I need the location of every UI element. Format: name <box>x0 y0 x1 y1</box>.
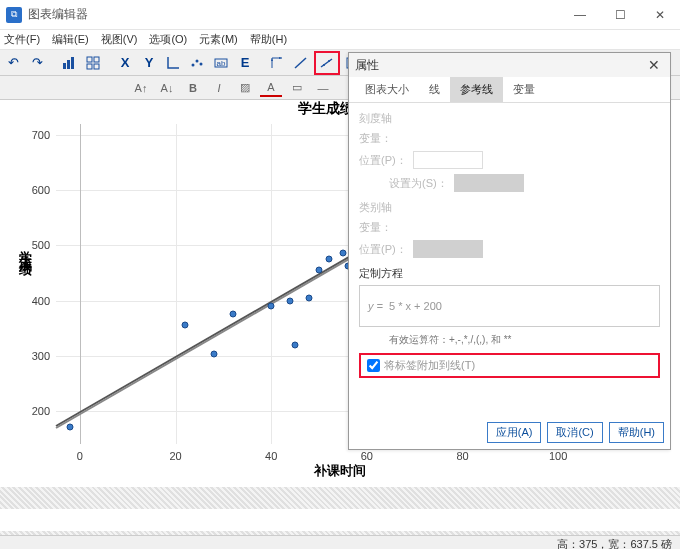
font-decrease-icon[interactable]: A↓ <box>156 79 178 97</box>
set-to-label: 设置为(S)： <box>389 176 448 191</box>
data-point[interactable] <box>182 322 189 329</box>
data-point[interactable] <box>339 249 346 256</box>
menu-help[interactable]: 帮助(H) <box>250 32 287 47</box>
svg-rect-4 <box>94 57 99 62</box>
text-color-icon[interactable]: A <box>260 79 282 97</box>
svg-point-7 <box>192 63 195 66</box>
status-text: 高：375，宽：637.5 磅 <box>557 537 672 549</box>
y-axis-icon[interactable]: Y <box>138 52 160 74</box>
grid-icon[interactable] <box>82 52 104 74</box>
title-bar: ⧉ 图表编辑器 — ☐ ✕ <box>0 0 680 30</box>
svg-point-8 <box>196 59 199 62</box>
svg-rect-0 <box>63 63 66 69</box>
valid-operators-label: 有效运算符：+,-,*,/,(,), 和 ** <box>389 333 660 347</box>
variable-label-2: 变量： <box>359 220 392 235</box>
position-label: 位置(P)： <box>359 153 407 168</box>
data-point[interactable] <box>67 424 74 431</box>
border-color-icon[interactable]: ▭ <box>286 79 308 97</box>
attach-label-checkbox[interactable]: 将标签附加到线(T) <box>359 353 660 378</box>
svg-rect-1 <box>67 60 70 69</box>
menu-view[interactable]: 视图(V) <box>101 32 138 47</box>
maximize-button[interactable]: ☐ <box>600 0 640 30</box>
data-point[interactable] <box>229 311 236 318</box>
close-icon[interactable]: ✕ <box>644 57 664 73</box>
tab-line[interactable]: 线 <box>419 77 450 102</box>
x-tick: 100 <box>549 450 567 462</box>
data-point[interactable] <box>325 256 332 263</box>
variable-label: 变量： <box>359 131 392 146</box>
data-point[interactable] <box>306 294 313 301</box>
set-to-select[interactable] <box>454 174 524 192</box>
properties-tabs: 图表大小 线 参考线 变量 <box>349 77 670 103</box>
scale-axis-label: 刻度轴 <box>359 111 660 126</box>
explore-icon[interactable]: E <box>234 52 256 74</box>
category-axis-label: 类别轴 <box>359 200 660 215</box>
svg-point-12 <box>323 64 325 66</box>
properties-panel: 属性 ✕ 图表大小 线 参考线 变量 刻度轴 变量： 位置(P)： 设置为(S)… <box>348 52 671 450</box>
y-tick: 500 <box>20 239 50 251</box>
data-point[interactable] <box>316 267 323 274</box>
app-icon: ⧉ <box>6 7 22 23</box>
attach-checkbox[interactable] <box>367 359 380 372</box>
svg-rect-2 <box>71 57 74 69</box>
data-point[interactable] <box>287 297 294 304</box>
status-mid <box>0 509 680 531</box>
x-tick: 80 <box>456 450 468 462</box>
svg-text:ab: ab <box>217 59 226 68</box>
tool-icon[interactable] <box>58 52 80 74</box>
menu-bar: 文件(F) 编辑(E) 视图(V) 选项(O) 元素(M) 帮助(H) <box>0 30 680 50</box>
scatter-icon[interactable] <box>186 52 208 74</box>
y-tick: 700 <box>20 129 50 141</box>
cancel-button[interactable]: 取消(C) <box>547 422 602 443</box>
svg-point-9 <box>200 62 203 65</box>
data-point[interactable] <box>292 341 299 348</box>
menu-elements[interactable]: 元素(M) <box>199 32 238 47</box>
data-point[interactable] <box>210 351 217 358</box>
position-input[interactable] <box>413 151 483 169</box>
redo-icon[interactable]: ↷ <box>26 52 48 74</box>
svg-rect-3 <box>87 57 92 62</box>
properties-title: 属性 <box>355 57 644 74</box>
help-button[interactable]: 帮助(H) <box>609 422 664 443</box>
x-axis-icon[interactable]: X <box>114 52 136 74</box>
close-button[interactable]: ✕ <box>640 0 680 30</box>
transpose-icon[interactable] <box>266 52 288 74</box>
custom-equation-label: 定制方程 <box>359 266 660 281</box>
data-point[interactable] <box>268 303 275 310</box>
svg-rect-6 <box>94 64 99 69</box>
minimize-button[interactable]: — <box>560 0 600 30</box>
fill-color-icon[interactable]: ▨ <box>234 79 256 97</box>
x-tick: 0 <box>77 450 83 462</box>
italic-icon[interactable]: I <box>208 79 230 97</box>
status-pattern-top <box>0 487 680 509</box>
window-title: 图表编辑器 <box>28 6 560 23</box>
bold-icon[interactable]: B <box>182 79 204 97</box>
equation-value[interactable]: 5 * x + 200 <box>389 300 442 312</box>
menu-edit[interactable]: 编辑(E) <box>52 32 89 47</box>
font-increase-icon[interactable]: A↑ <box>130 79 152 97</box>
menu-file[interactable]: 文件(F) <box>4 32 40 47</box>
attach-label-text: 将标签附加到线(T) <box>384 358 475 373</box>
text-icon[interactable]: ab <box>210 52 232 74</box>
tab-variable[interactable]: 变量 <box>503 77 545 102</box>
position-select[interactable] <box>413 240 483 258</box>
menu-options[interactable]: 选项(O) <box>149 32 187 47</box>
axes-icon[interactable] <box>162 52 184 74</box>
tab-chart-size[interactable]: 图表大小 <box>355 77 419 102</box>
equation-prefix: y = <box>368 300 383 312</box>
apply-button[interactable]: 应用(A) <box>487 422 542 443</box>
y-tick: 200 <box>20 405 50 417</box>
y-tick: 600 <box>20 184 50 196</box>
line-style-icon[interactable]: — <box>312 79 334 97</box>
x-axis-label: 补课时间 <box>0 462 680 480</box>
equation-box: y = 5 * x + 200 <box>359 285 660 327</box>
status-bar: 高：375，宽：637.5 磅 <box>0 535 680 549</box>
svg-point-13 <box>328 60 330 62</box>
tab-reference-line[interactable]: 参考线 <box>450 77 503 102</box>
position-label-2: 位置(P)： <box>359 242 407 257</box>
fit-line-icon[interactable] <box>314 51 340 75</box>
svg-rect-5 <box>87 64 92 69</box>
line-up-icon[interactable] <box>290 52 312 74</box>
undo-icon[interactable]: ↶ <box>2 52 24 74</box>
y-tick: 300 <box>20 350 50 362</box>
